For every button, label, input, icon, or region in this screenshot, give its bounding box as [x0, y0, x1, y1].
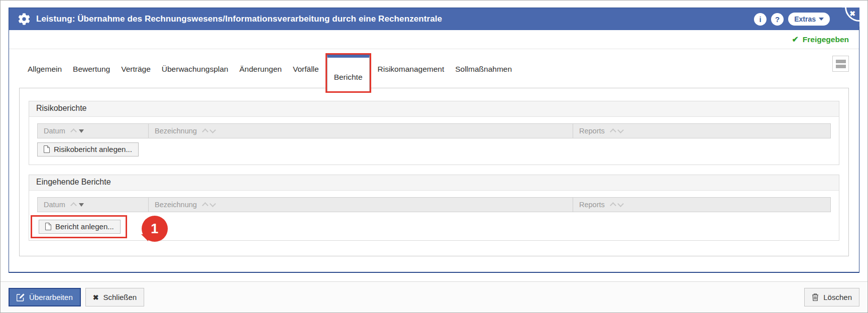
- tab-ueberwachungsplan[interactable]: Überwachungsplan: [156, 62, 234, 77]
- ueberarbeiten-button[interactable]: Überarbeiten: [9, 288, 81, 306]
- chevron-down-icon: [819, 18, 824, 21]
- column-header-bezeichnung[interactable]: Bezeichnung: [148, 198, 573, 212]
- trash-icon: [812, 293, 819, 301]
- extras-button[interactable]: Extras: [788, 13, 830, 26]
- section-risikoberichte: Risikoberichte Datum Bezeichnung Reports: [29, 101, 839, 165]
- tab-allgemein[interactable]: Allgemein: [22, 62, 67, 77]
- tab-vorfaelle[interactable]: Vorfälle: [287, 62, 324, 77]
- tab-aenderungen[interactable]: Änderungen: [234, 62, 287, 77]
- sort-asc-icon: [202, 202, 208, 209]
- document-icon: [44, 145, 50, 153]
- window-frame: Leistung: Übernahme des Rechnungswesens/…: [0, 0, 868, 313]
- sort-asc-icon: [610, 128, 616, 135]
- sort-asc-icon: [70, 202, 77, 209]
- close-icon: ✖: [93, 293, 99, 301]
- risikobericht-anlegen-button[interactable]: Risikobericht anlegen...: [37, 142, 139, 156]
- table-header-row: Datum Bezeichnung Reports: [37, 123, 831, 138]
- gear-icon: [18, 13, 30, 25]
- edit-icon: [17, 293, 25, 301]
- section-title: Eingehende Berichte: [29, 175, 839, 191]
- close-button[interactable]: ✖: [842, 8, 859, 27]
- footer-action-bar: Überarbeiten ✖ Schließen Löschen: [1, 281, 867, 312]
- rows-icon: [836, 65, 846, 68]
- info-button[interactable]: i: [754, 13, 767, 26]
- table-header-row: Datum Bezeichnung Reports: [37, 197, 831, 212]
- rows-icon: [836, 60, 846, 63]
- sort-desc-active-icon: [79, 203, 84, 207]
- column-header-datum[interactable]: Datum: [38, 198, 148, 212]
- help-button[interactable]: ?: [771, 13, 784, 26]
- status-badge: Freigegeben: [803, 35, 849, 44]
- column-header-bezeichnung[interactable]: Bezeichnung: [148, 124, 573, 138]
- sort-desc-icon: [209, 127, 216, 133]
- extras-label: Extras: [794, 15, 816, 23]
- dialog-titlebar: Leistung: Übernahme des Rechnungswesens/…: [9, 8, 859, 30]
- tab-risikomanagement[interactable]: Risikomanagement: [372, 62, 450, 77]
- status-row: ✔ Freigegeben: [9, 30, 859, 49]
- annotation-box-bericht-anlegen: Bericht anlegen... 1: [31, 215, 127, 238]
- sort-asc-icon: [70, 128, 77, 135]
- schliessen-button[interactable]: ✖ Schließen: [85, 288, 144, 306]
- tab-vertraege[interactable]: Verträge: [116, 62, 156, 77]
- leistung-dialog: Leistung: Übernahme des Rechnungswesens/…: [9, 8, 859, 273]
- tab-sollmassnahmen[interactable]: Sollmaßnahmen: [450, 62, 517, 77]
- column-header-reports[interactable]: Reports: [573, 124, 830, 138]
- tab-bewertung[interactable]: Bewertung: [67, 62, 116, 77]
- loeschen-button[interactable]: Löschen: [804, 288, 859, 306]
- annotation-box-berichte-tab: Berichte: [325, 53, 371, 93]
- sort-desc-icon: [209, 201, 216, 207]
- tab-berichte[interactable]: Berichte: [327, 55, 370, 91]
- sort-desc-active-icon: [79, 129, 84, 133]
- section-title: Risikoberichte: [29, 101, 839, 117]
- bericht-anlegen-button[interactable]: Bericht anlegen...: [39, 220, 121, 234]
- sort-desc-icon: [617, 127, 624, 133]
- annotation-step-badge: 1: [142, 216, 168, 242]
- view-options-button[interactable]: [832, 56, 849, 72]
- tab-bar: Allgemein Bewertung Verträge Überwachung…: [9, 49, 859, 88]
- close-icon: ✖: [849, 10, 855, 18]
- sort-asc-icon: [202, 128, 208, 135]
- sort-asc-icon: [610, 202, 616, 209]
- section-eingehende-berichte: Eingehende Berichte Datum Bezeichnung Re…: [29, 175, 839, 241]
- page-title: Leistung: Übernahme des Rechnungswesens/…: [36, 14, 442, 24]
- column-header-reports[interactable]: Reports: [573, 198, 830, 212]
- column-header-datum[interactable]: Datum: [38, 124, 148, 138]
- berichte-tab-panel: Risikoberichte Datum Bezeichnung Reports: [19, 88, 849, 256]
- document-icon: [45, 223, 51, 230]
- sort-desc-icon: [617, 201, 624, 207]
- check-icon: ✔: [792, 35, 798, 44]
